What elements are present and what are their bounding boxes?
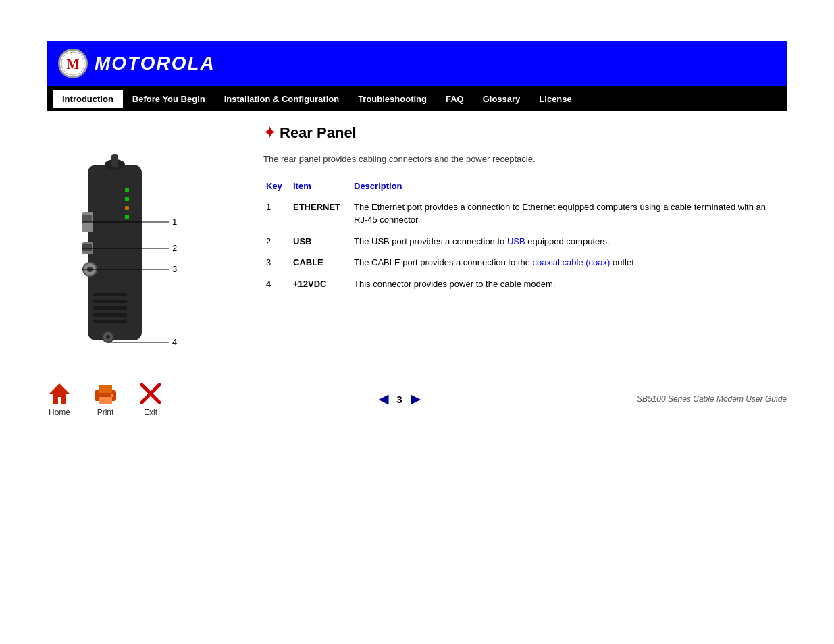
svg-rect-19 xyxy=(125,197,129,201)
svg-text:3: 3 xyxy=(172,264,177,274)
row1-item: ETHERNET xyxy=(290,196,351,231)
home-button[interactable]: Home xyxy=(47,381,72,417)
usb-link[interactable]: USB xyxy=(507,236,525,246)
prev-page-button[interactable]: ◀ xyxy=(379,392,388,406)
footer: Home Print Exit ◀ xyxy=(47,374,787,424)
motorola-text: MOTOROLA xyxy=(95,53,215,74)
print-icon xyxy=(92,383,119,405)
row2-key: 2 xyxy=(263,231,290,252)
nav-item-introduction[interactable]: Introduction xyxy=(53,90,123,108)
home-icon xyxy=(47,381,72,405)
svg-text:M: M xyxy=(67,57,80,72)
coax-link[interactable]: coaxial cable (coax) xyxy=(533,257,610,267)
nav-item-troubleshooting[interactable]: Troubleshooting xyxy=(348,90,436,108)
svg-rect-33 xyxy=(99,397,112,404)
page-wrapper: M MOTOROLA Introduction Before You Begin… xyxy=(47,41,787,111)
row4-desc: This connector provides power to the cab… xyxy=(351,273,780,295)
svg-text:1: 1 xyxy=(172,217,177,227)
header-banner: M MOTOROLA xyxy=(47,41,787,86)
table-row: 2 USB The USB port provides a connection… xyxy=(263,231,780,252)
exit-label: Exit xyxy=(144,408,157,417)
content-panel: ✦ Rear Panel The rear panel provides cab… xyxy=(257,124,787,347)
row3-key: 3 xyxy=(263,252,290,273)
home-label: Home xyxy=(49,408,70,417)
device-image-panel: 1 2 3 4 xyxy=(47,124,236,347)
svg-rect-6 xyxy=(82,215,92,222)
col-header-key: Key xyxy=(263,178,290,196)
svg-rect-13 xyxy=(93,306,127,310)
svg-rect-12 xyxy=(93,300,127,303)
main-content: 1 2 3 4 ✦ Rear Panel The rear panel prov… xyxy=(47,111,787,360)
svg-rect-4 xyxy=(111,154,118,167)
svg-point-17 xyxy=(106,335,110,339)
footer-left: Home Print Exit xyxy=(47,381,162,417)
nav-item-before-you-begin[interactable]: Before You Begin xyxy=(123,90,215,108)
svg-rect-14 xyxy=(93,313,127,317)
svg-rect-20 xyxy=(125,206,129,210)
exit-button[interactable]: Exit xyxy=(139,382,162,417)
svg-marker-30 xyxy=(49,383,70,404)
print-label: Print xyxy=(97,408,114,417)
nav-bar: Introduction Before You Begin Installati… xyxy=(47,86,787,111)
next-page-button[interactable]: ▶ xyxy=(411,392,420,406)
row1-desc: The Ethernet port provides a connection … xyxy=(351,196,780,231)
row3-desc: The CABLE port provides a connection to … xyxy=(351,252,780,273)
motorola-logo: M MOTOROLA xyxy=(58,49,215,78)
items-table: Key Item Description 1 ETHERNET The Ethe… xyxy=(263,178,780,295)
print-button[interactable]: Print xyxy=(92,383,119,417)
table-row: 4 +12VDC This connector provides power t… xyxy=(263,273,780,295)
svg-rect-15 xyxy=(93,320,127,323)
nav-item-installation[interactable]: Installation & Configuration xyxy=(215,90,348,108)
row1-key: 1 xyxy=(263,196,290,231)
svg-point-34 xyxy=(111,394,113,397)
nav-item-faq[interactable]: FAQ xyxy=(436,90,473,108)
row2-item: USB xyxy=(290,231,351,252)
row2-desc: The USB port provides a connection to US… xyxy=(351,231,780,252)
page-description: The rear panel provides cabling connecto… xyxy=(263,153,780,166)
col-header-description: Description xyxy=(351,178,780,196)
row4-item: +12VDC xyxy=(290,273,351,295)
guide-title: SB5100 Series Cable Modem User Guide xyxy=(637,394,787,404)
svg-rect-18 xyxy=(125,188,129,192)
modem-illustration: 1 2 3 4 xyxy=(47,151,196,360)
footer-center: ◀ 3 ▶ xyxy=(162,392,637,406)
table-row: 1 ETHERNET The Ethernet port provides a … xyxy=(263,196,780,231)
svg-rect-8 xyxy=(82,244,92,251)
svg-rect-21 xyxy=(125,215,129,219)
page-title-text: Rear Panel xyxy=(280,124,357,142)
svg-text:2: 2 xyxy=(172,243,177,253)
table-row: 3 CABLE The CABLE port provides a connec… xyxy=(263,252,780,273)
svg-rect-11 xyxy=(93,293,127,296)
col-header-item: Item xyxy=(290,178,351,196)
title-plus-icon: ✦ xyxy=(263,124,276,142)
nav-item-glossary[interactable]: Glossary xyxy=(473,90,530,108)
row3-item: CABLE xyxy=(290,252,351,273)
motorola-logo-circle: M xyxy=(58,49,88,78)
nav-item-license[interactable]: License xyxy=(529,90,581,108)
device-image: 1 2 3 4 xyxy=(47,151,209,347)
page-title: ✦ Rear Panel xyxy=(263,124,780,142)
svg-rect-32 xyxy=(99,385,112,393)
exit-icon xyxy=(139,382,162,405)
page-number: 3 xyxy=(396,394,402,405)
svg-text:4: 4 xyxy=(172,337,177,347)
row4-key: 4 xyxy=(263,273,290,295)
